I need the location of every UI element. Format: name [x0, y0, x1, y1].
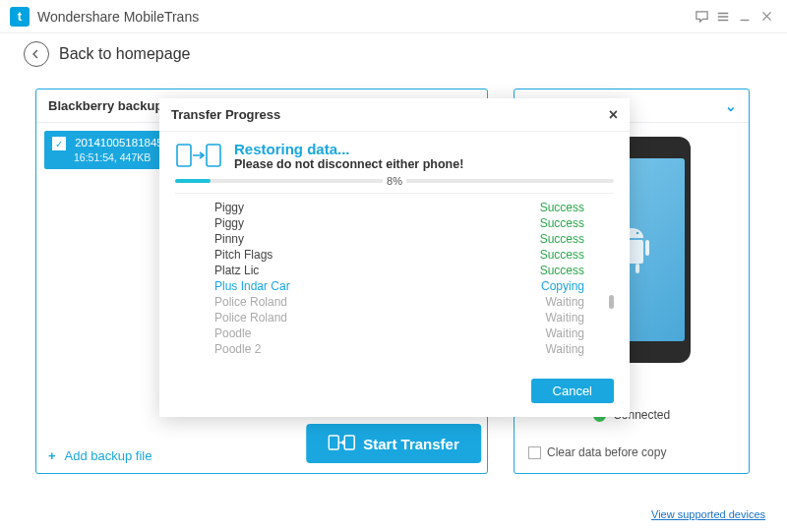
transfer-item-status: Waiting [545, 342, 584, 356]
transfer-item-name: Piggy [214, 201, 540, 214]
transfer-item-name: Pinny [214, 232, 540, 246]
svg-rect-7 [329, 436, 338, 449]
transfer-item-name: Police Roland [214, 295, 545, 309]
menu-icon[interactable] [712, 6, 734, 28]
transfer-item: Police RolandWaiting [175, 310, 614, 325]
cancel-button[interactable]: Cancel [531, 379, 614, 403]
restoring-icon [175, 140, 222, 171]
transfer-progress-dialog: Transfer Progress × Restoring data... Pl… [159, 98, 630, 417]
transfer-item: Pitch FlagsSuccess [175, 247, 614, 263]
plus-icon: + [48, 448, 56, 463]
transfer-item: PinnySuccess [175, 231, 614, 247]
close-icon[interactable] [756, 6, 777, 28]
transfer-item: PiggySuccess [175, 215, 614, 231]
dialog-title: Transfer Progress [171, 107, 280, 122]
minimize-icon[interactable] [734, 6, 756, 28]
transfer-item-status: Copying [541, 279, 584, 293]
transfer-item-name: Poodle 2 [214, 342, 545, 356]
transfer-item: Poodle 2Waiting [175, 341, 614, 357]
app-title: Wondershare MobileTrans [37, 9, 199, 25]
svg-rect-8 [344, 436, 354, 449]
start-transfer-label: Start Transfer [363, 436, 459, 452]
progress-bar: 8% [175, 179, 614, 183]
app-logo: t [10, 7, 30, 27]
transfer-item: Plus Indar CarCopying [175, 278, 614, 294]
dialog-body: Restoring data... Please do not disconne… [159, 132, 630, 369]
transfer-item: Police RolandWaiting [175, 294, 614, 310]
transfer-item-status: Success [540, 216, 584, 230]
add-backup-button[interactable]: + Add backup file [48, 448, 151, 463]
transfer-item-name: Platz Lic [214, 264, 540, 277]
transfer-item-status: Waiting [545, 295, 584, 309]
transfer-items-list: PiggySuccessPiggySuccessPinnySuccessPitc… [175, 193, 614, 357]
transfer-item-status: Success [540, 264, 584, 277]
back-button[interactable] [24, 41, 49, 67]
add-backup-label: Add backup file [65, 448, 152, 463]
dialog-header: Transfer Progress × [159, 98, 630, 132]
view-supported-devices-link[interactable]: View supported devices [651, 508, 765, 520]
clear-data-row[interactable]: Clear data before copy [528, 445, 666, 459]
feedback-icon[interactable] [691, 6, 712, 28]
back-label: Back to homepage [59, 45, 190, 63]
svg-rect-10 [207, 145, 220, 166]
start-transfer-button[interactable]: Start Transfer [306, 424, 481, 463]
transfer-item-name: Poodle [214, 326, 545, 340]
transfer-item-status: Success [540, 248, 584, 262]
transfer-item-status: Success [540, 201, 584, 214]
transfer-item: PoodleWaiting [175, 325, 614, 341]
dialog-close-icon[interactable]: × [609, 106, 618, 124]
transfer-item-status: Success [540, 232, 584, 246]
chevron-down-icon: ⌄ [725, 98, 737, 114]
back-bar: Back to homepage [0, 33, 787, 75]
transfer-item-name: Police Roland [214, 311, 545, 325]
scrollbar-thumb[interactable] [609, 295, 614, 309]
transfer-item-name: Plus Indar Car [214, 279, 541, 293]
titlebar: t Wondershare MobileTrans [0, 0, 787, 33]
backup-name: 20141005181845 [75, 137, 163, 148]
svg-rect-9 [177, 145, 191, 166]
transfer-item: Platz LicSuccess [175, 263, 614, 278]
restoring-title: Restoring data... [234, 141, 463, 157]
svg-rect-4 [636, 264, 639, 273]
checkbox-unchecked-icon[interactable] [528, 446, 541, 459]
transfer-icon [328, 434, 355, 453]
clear-data-label: Clear data before copy [547, 445, 666, 459]
progress-percent: 8% [383, 175, 406, 187]
transfer-item-status: Waiting [545, 326, 584, 340]
transfer-item: PiggySuccess [175, 200, 614, 215]
transfer-item-name: Pitch Flags [214, 248, 540, 262]
transfer-item-name: Piggy [214, 216, 540, 230]
progress-fill [175, 179, 211, 183]
restoring-warning: Please do not disconnect either phone! [234, 157, 463, 171]
svg-point-6 [636, 232, 639, 235]
transfer-item-status: Waiting [545, 311, 584, 325]
checkbox-checked-icon[interactable]: ✓ [52, 137, 66, 150]
svg-rect-2 [645, 240, 649, 256]
